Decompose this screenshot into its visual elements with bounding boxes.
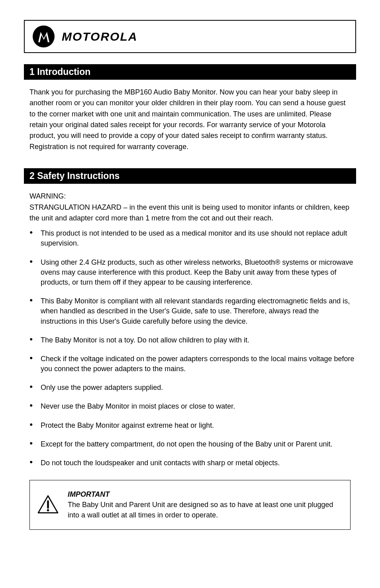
list-item: Only use the power adapters supplied. bbox=[29, 383, 356, 393]
important-callout: IMPORTANT The Baby Unit and Parent Unit … bbox=[29, 480, 351, 529]
list-item: Using other 2.4 GHz products, such as ot… bbox=[29, 258, 356, 288]
list-item: This Baby Monitor is compliant with all … bbox=[29, 296, 356, 326]
motorola-m-icon bbox=[36, 29, 52, 45]
warning-triangle-icon bbox=[37, 495, 59, 515]
warning-label: WARNING: bbox=[29, 192, 66, 200]
list-item: Protect the Baby Monitor against extreme… bbox=[29, 421, 356, 431]
section-heading: 1 Introduction bbox=[24, 64, 356, 80]
warning-text: STRANGULATION HAZARD – in the event this… bbox=[29, 203, 349, 222]
motorola-logo-icon bbox=[33, 26, 55, 47]
safety-bullets: This product is not intended to be used … bbox=[24, 228, 356, 468]
list-item: Never use the Baby Monitor in moist plac… bbox=[29, 401, 356, 411]
important-body: The Baby Unit and Parent Unit are design… bbox=[68, 501, 333, 519]
header-box: MOTOROLA bbox=[24, 20, 356, 53]
section-heading: 2 Safety Instructions bbox=[24, 168, 356, 184]
list-item: Do not touch the loudspeaker and unit co… bbox=[29, 458, 356, 468]
list-item: The Baby Monitor is not a toy. Do not al… bbox=[29, 335, 356, 345]
safety-intro: WARNING: STRANGULATION HAZARD – in the e… bbox=[24, 191, 356, 224]
important-text: IMPORTANT The Baby Unit and Parent Unit … bbox=[68, 489, 343, 520]
svg-point-1 bbox=[47, 509, 49, 511]
list-item: Except for the battery compartment, do n… bbox=[29, 439, 356, 449]
brand-text: MOTOROLA bbox=[62, 30, 137, 43]
important-label: IMPORTANT bbox=[68, 490, 110, 498]
list-item: Check if the voltage indicated on the po… bbox=[29, 354, 356, 374]
list-item: This product is not intended to be used … bbox=[29, 228, 356, 248]
intro-paragraph: Thank you for purchasing the MBP160 Audi… bbox=[24, 87, 356, 152]
